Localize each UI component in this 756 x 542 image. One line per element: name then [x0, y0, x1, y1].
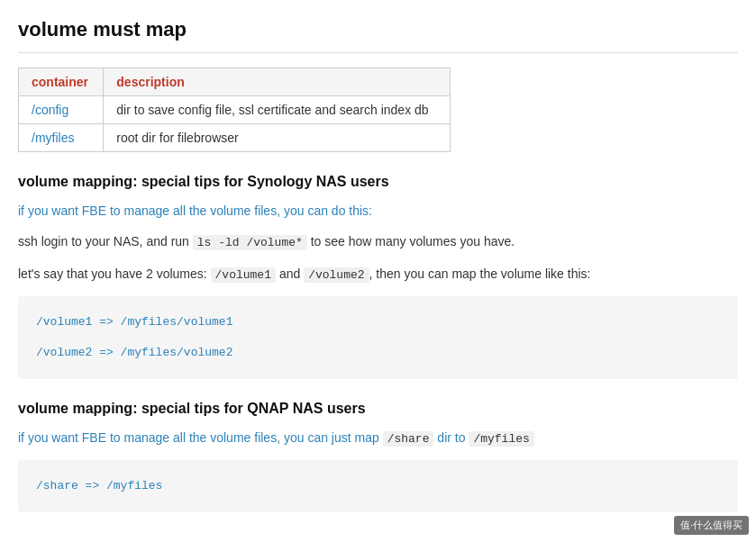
synology-info-text: if you want FBE to manage all the volume…: [18, 201, 738, 221]
page-title: volume must map: [18, 18, 738, 53]
qnap-share-code: /share: [383, 431, 434, 447]
ssh-prefix: ssh login to your NAS, and run: [18, 234, 193, 248]
volumes-and: and: [279, 266, 300, 281]
watermark: 值·什么值得买: [674, 516, 749, 535]
table-row: /myfilesroot dir for filebrowser: [19, 124, 451, 152]
qnap-code-block: /share => /myfiles: [18, 460, 738, 512]
table-cell-container: /config: [19, 96, 104, 124]
table-cell-description: dir to save config file, ssl certificate…: [104, 96, 451, 124]
volume2-code: /volume2: [304, 267, 369, 283]
qnap-myfiles-code: /myfiles: [469, 431, 533, 447]
volume1-code: /volume1: [211, 267, 276, 283]
code-line: /volume2 => /myfiles/volume2: [36, 341, 720, 365]
code-line: /volume1 => /myfiles/volume1: [36, 311, 720, 334]
ssh-suffix: to see how many volumes you have.: [307, 234, 515, 248]
table-cell-description: root dir for filebrowser: [104, 124, 451, 152]
table-cell-container: /myfiles: [19, 124, 104, 152]
col-header-container: container: [19, 68, 104, 96]
volumes-prefix: let's say that you have 2 volumes:: [18, 266, 211, 281]
table-row: /configdir to save config file, ssl cert…: [19, 96, 451, 124]
qnap-prefix: if you want FBE to manage all the volume…: [18, 430, 383, 445]
code-line: /share => /myfiles: [36, 474, 720, 498]
volumes-suffix: , then you can map the volume like this:: [369, 266, 591, 281]
qnap-heading: volume mapping: special tips for QNAP NA…: [18, 401, 738, 417]
synology-volumes-text: let's say that you have 2 volumes: /volu…: [18, 264, 738, 285]
synology-ssh-text: ssh login to your NAS, and run ls -ld /v…: [18, 231, 738, 253]
qnap-info-text: if you want FBE to manage all the volume…: [18, 428, 738, 449]
ssh-command-code: ls -ld /volume*: [193, 235, 307, 250]
synology-section: volume mapping: special tips for Synolog…: [18, 174, 738, 379]
synology-code-block: /volume1 => /myfiles/volume1/volume2 => …: [18, 296, 738, 379]
qnap-middle: dir to: [433, 430, 469, 445]
qnap-section: volume mapping: special tips for QNAP NA…: [18, 401, 738, 512]
col-header-description: description: [104, 68, 451, 96]
volume-table-section: container description /configdir to save…: [18, 68, 738, 152]
synology-heading: volume mapping: special tips for Synolog…: [18, 174, 738, 190]
volume-map-table: container description /configdir to save…: [18, 68, 451, 152]
